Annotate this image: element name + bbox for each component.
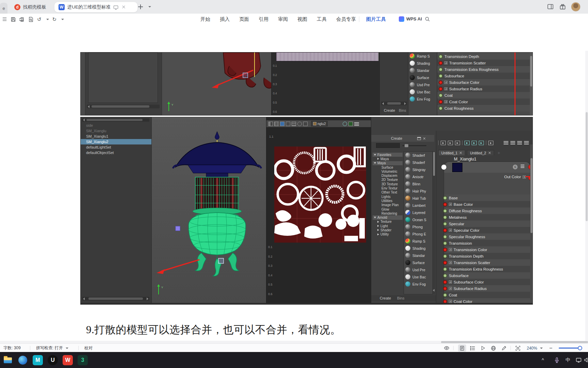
material-sphere-icon [410,96,415,102]
tree-arrow-icon [377,225,379,227]
attribute-label: Specular Color [454,228,479,232]
hs-material-item: Layered [404,209,432,216]
embedded-screenshot-bottom[interactable]: side SM_Xianglu [81,117,533,304]
material-sphere-icon [405,203,410,208]
user-avatar[interactable] [571,2,581,12]
unreal-engine-icon[interactable]: U [48,355,58,365]
hs-category-label: Maya [380,157,389,161]
save-icon[interactable] [11,17,16,22]
ne-tab-bar: Untitled_1 Untitled_2 [438,150,502,155]
sidebar-toggle-icon[interactable] [547,3,554,10]
web-view-button[interactable] [491,344,496,352]
uv-axis-tick: 0.4 [273,92,277,101]
shot2-viewport: Y [151,117,266,304]
zoom-slider[interactable] [559,348,582,349]
hs-category-row: 2D Texture [373,178,403,182]
hs-material-browser: Shaderf Shaderf Stingray [404,151,433,294]
ink-button[interactable] [501,344,507,352]
material-label: Standar [412,254,425,258]
wps-office-icon[interactable]: W [63,355,73,365]
attribute-label: Subsurface Radius [449,87,482,91]
proofread-button[interactable]: 校对 [84,344,93,352]
menu-item[interactable]: 引用 [254,14,273,25]
tab-list-chevron-icon[interactable] [148,6,151,7]
vertical-scroll-thumb[interactable] [586,112,588,221]
embedded-screenshot-top[interactable]: Y 0.10.20.30.40.50.6 Create Bins [81,52,533,115]
material-sphere-icon [410,53,415,59]
file-menu-icon[interactable] [2,17,7,22]
horizontal-scroll-thumb[interactable] [441,341,588,343]
file-explorer-icon[interactable] [3,355,13,365]
uv-axis-tick: 0.2 [268,255,273,264]
menu-item[interactable]: 视图 [293,14,312,25]
tab-picture-tools[interactable]: 图片工具 [361,14,391,25]
outliner-item-label: defaultLightSet [86,145,111,149]
undo-icon[interactable]: ↺ [37,16,42,22]
menu-item[interactable]: 插入 [215,14,234,25]
hs-category-row: Rendering [373,211,403,215]
fullscreen-button[interactable] [515,344,521,352]
hs-category-tree: Favorites Maya Maya [373,153,403,236]
word-count[interactable]: 字数: 309 [3,344,21,352]
print-icon[interactable] [19,17,25,22]
read-mode-button[interactable] [480,344,486,352]
benefits-gift-icon[interactable] [559,3,566,10]
undo-chevron-icon[interactable] [46,19,49,20]
tab-docer[interactable]: d 找稻壳模板 [10,2,50,12]
horizontal-scrollbar[interactable] [0,341,588,343]
outline-view-button[interactable] [470,344,475,352]
tab-close-icon[interactable] [121,4,127,10]
tray-expand-chevron[interactable]: ^ [542,352,544,368]
page-view-button[interactable] [458,344,466,352]
material-label: Standar [417,68,429,73]
menu-item[interactable]: 开始 [196,14,215,25]
edge-browser-icon[interactable] [18,355,28,365]
hs-category-row: Utility [373,232,403,236]
material-label: Hair Tub [412,196,426,200]
attribute-port-dot [439,74,443,78]
redo-icon[interactable]: ↻ [52,16,57,22]
node-attribute-row: Coat [444,292,530,298]
zoom-level[interactable]: 240% [527,344,543,352]
tray-mic-icon[interactable] [554,357,560,363]
hs-material-item: Stingray [404,166,432,173]
outliner-item: defaultObjectSet [81,150,151,155]
document-canvas[interactable]: Y 0.10.20.30.40.50.6 Create Bins [0,51,588,341]
status-bar: 字数: 309 拼写检查: 打开 校对 240% − [0,343,588,352]
tray-ime-indicator[interactable]: 中 [566,352,570,368]
material-sphere-icon [410,82,415,87]
search-icon[interactable] [425,16,430,22]
node-attribute-row: Specular Roughness [444,233,530,240]
separate-window-icon[interactable] [113,5,118,10]
menu-item[interactable]: 页面 [234,14,254,25]
document-paragraph[interactable]: 9.打散的模型可以选择合并，也可以不合并，看情况。 [86,323,341,337]
proofread-label: 校对 [84,345,93,351]
tray-volume-icon[interactable] [584,357,588,363]
spell-check[interactable]: 拼写检查: 打开 [36,344,68,352]
material-sphere-icon [405,210,410,215]
maya-icon[interactable]: M [33,355,43,365]
partial-tab[interactable]: e [0,3,7,14]
ne-collapse-icon [479,141,484,145]
menu-item[interactable]: 会员专享 [331,14,361,25]
hs-category-label: Surface [381,166,393,169]
redo-chevron-icon[interactable] [61,19,64,20]
zoom-slider-knob[interactable] [578,346,582,350]
attribute-label: Base Color [454,202,473,206]
tab-document-active[interactable]: W 进UE的三维模型标准 [54,2,137,12]
material-label: Phong [412,225,423,229]
wps-ai-button[interactable]: WPS AI [406,16,422,21]
menu-item[interactable]: 工具 [312,14,331,25]
eye-protect-button[interactable] [444,344,450,352]
menu-item[interactable]: 审阅 [273,14,293,25]
outliner-top-scrollbar [82,118,149,122]
zoom-out-button[interactable]: − [549,344,552,352]
hs-category-label: Other Text [381,190,397,194]
vertical-scrollbar[interactable] [585,51,588,341]
node-attribute-row: Subsurface [437,73,533,79]
hs-category-row: Utilities [373,199,403,203]
print-preview-icon[interactable] [28,17,34,22]
3dsmax-icon[interactable]: 3 [78,355,88,365]
attribute-expand-icon [449,203,452,206]
tray-network-icon[interactable] [576,357,582,363]
